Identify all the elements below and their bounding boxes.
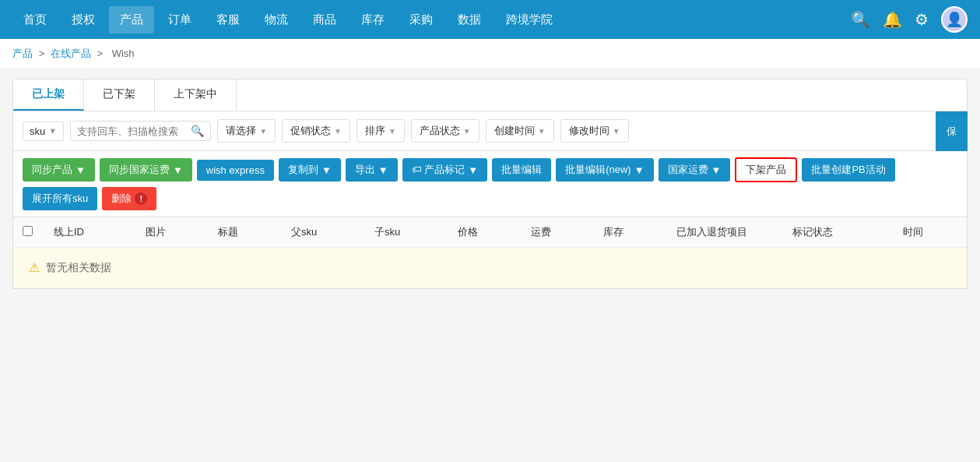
nav-item-data[interactable]: 数据 (447, 6, 492, 34)
batch-edit-button[interactable]: 批量编辑 (492, 158, 551, 182)
breadcrumb-products[interactable]: 产品 (12, 48, 33, 59)
batch-edit-new-button[interactable]: 批量编辑(new) ▼ (556, 158, 653, 182)
batch-create-pb-label: 批量创建PB活动 (811, 163, 885, 177)
batch-create-pb-button[interactable]: 批量创建PB活动 (802, 158, 894, 182)
delete-badge: ! (135, 192, 147, 205)
sort-label: 排序 (365, 124, 385, 138)
tab-listed[interactable]: 已上架 (13, 79, 84, 111)
tab-delisted[interactable]: 已下架 (84, 79, 155, 111)
modify-time-label: 修改时间 (569, 124, 609, 138)
actions-row: 同步产品 ▼ 同步国家运费 ▼ wish express 复制到 ▼ 导出 ▼ … (12, 151, 968, 217)
nav-item-academy[interactable]: 跨境学院 (495, 6, 564, 34)
select-arrow-icon: ▼ (259, 127, 267, 136)
sort-filter[interactable]: 排序 ▼ (357, 119, 405, 143)
copy-to-arrow-icon: ▼ (321, 164, 332, 176)
save-button[interactable]: 保 (936, 111, 968, 151)
product-status-arrow-icon: ▼ (463, 127, 471, 136)
country-shipping-arrow-icon: ▼ (711, 164, 722, 176)
product-status-label: 产品状态 (420, 124, 460, 138)
promotion-status-filter[interactable]: 促销状态 ▼ (282, 119, 350, 143)
empty-message: 暂无相关数据 (46, 261, 111, 275)
tab-in-progress[interactable]: 上下架中 (155, 79, 237, 111)
copy-to-label: 复制到 (288, 163, 318, 177)
tabs-container: 已上架 已下架 上下架中 (12, 79, 968, 111)
breadcrumb: 产品 > 在线产品 > Wish (0, 39, 980, 69)
country-shipping-label: 国家运费 (668, 163, 708, 177)
sku-filter-label: sku (30, 125, 45, 137)
warning-icon: ⚠ (29, 260, 40, 275)
sync-country-shipping-button[interactable]: 同步国家运费 ▼ (100, 158, 192, 182)
batch-edit-new-arrow-icon: ▼ (634, 164, 645, 176)
export-button[interactable]: 导出 ▼ (346, 158, 398, 182)
filters-row: sku ▼ 🔍 请选择 ▼ 促销状态 ▼ 排序 ▼ (12, 111, 968, 151)
col-title: 标题 (209, 217, 282, 248)
bell-icon[interactable]: 🔔 (883, 10, 902, 29)
nav-item-logistics[interactable]: 物流 (254, 6, 299, 34)
search-input[interactable] (77, 125, 186, 137)
wish-express-label: wish express (206, 164, 265, 176)
top-navigation: 首页 授权 产品 订单 客服 物流 商品 库存 采购 数据 跨境学院 🔍 🔔 ⚙… (0, 0, 980, 39)
col-image: 图片 (136, 217, 209, 248)
nav-item-product[interactable]: 产品 (109, 6, 154, 34)
nav-right-area: 🔍 🔔 ⚙ 👤 (851, 6, 968, 33)
nav-item-service[interactable]: 客服 (205, 6, 251, 34)
sync-products-arrow-icon: ▼ (76, 164, 86, 176)
create-time-filter[interactable]: 创建时间 ▼ (486, 119, 554, 143)
table-container: 线上ID 图片 标题 父sku 子sku 价格 运费 库存 已加入退货项目 标记… (12, 217, 968, 289)
nav-item-purchase[interactable]: 采购 (399, 6, 444, 34)
wish-express-button[interactable]: wish express (197, 160, 274, 181)
sync-products-button[interactable]: 同步产品 ▼ (23, 158, 95, 182)
col-tag-status: 标记状态 (783, 217, 894, 248)
nav-item-goods[interactable]: 商品 (302, 6, 347, 34)
col-shipping: 运费 (522, 217, 595, 248)
table-header-row: 线上ID 图片 标题 父sku 子sku 价格 运费 库存 已加入退货项目 标记… (13, 217, 967, 248)
nav-item-auth[interactable]: 授权 (61, 6, 106, 34)
batch-edit-new-label: 批量编辑(new) (565, 163, 631, 177)
nav-item-inventory[interactable]: 库存 (350, 6, 395, 34)
nav-item-order[interactable]: 订单 (157, 6, 202, 34)
sku-filter-select[interactable]: sku ▼ (23, 122, 64, 141)
delist-products-button[interactable]: 下架产品 (735, 157, 797, 182)
modify-time-filter[interactable]: 修改时间 ▼ (560, 119, 629, 143)
search-icon[interactable]: 🔍 (191, 125, 204, 137)
empty-data-row: ⚠ 暂无相关数据 (13, 248, 967, 288)
settings-icon[interactable]: ⚙ (915, 10, 929, 29)
search-icon[interactable]: 🔍 (851, 10, 870, 29)
col-return-item: 已加入退货项目 (667, 217, 784, 248)
delete-label: 删除 (111, 192, 132, 206)
sku-arrow-icon: ▼ (48, 126, 57, 136)
product-tag-label: 🏷 产品标记 (412, 163, 465, 177)
products-table: 线上ID 图片 标题 父sku 子sku 价格 运费 库存 已加入退货项目 标记… (13, 217, 967, 288)
modify-time-arrow-icon: ▼ (613, 127, 620, 136)
create-time-arrow-icon: ▼ (538, 127, 546, 136)
export-arrow-icon: ▼ (378, 164, 388, 176)
export-label: 导出 (355, 163, 375, 177)
select-filter[interactable]: 请选择 ▼ (217, 119, 276, 143)
nav-item-home[interactable]: 首页 (12, 6, 58, 34)
col-time: 时间 (894, 217, 967, 248)
product-status-filter[interactable]: 产品状态 ▼ (411, 119, 479, 143)
select-filter-label: 请选择 (226, 124, 256, 138)
sort-arrow-icon: ▼ (388, 127, 396, 136)
col-child-sku: 子sku (365, 217, 448, 248)
expand-all-sku-label: 展开所有sku (32, 192, 88, 206)
col-price: 价格 (448, 217, 522, 248)
product-tag-arrow-icon: ▼ (468, 164, 478, 176)
avatar[interactable]: 👤 (941, 6, 968, 33)
country-shipping-button[interactable]: 国家运费 ▼ (659, 158, 731, 182)
expand-all-sku-button[interactable]: 展开所有sku (23, 187, 97, 210)
col-online-id: 线上ID (44, 217, 136, 248)
copy-to-button[interactable]: 复制到 ▼ (279, 158, 341, 182)
delist-products-label: 下架产品 (746, 164, 786, 175)
sync-country-shipping-arrow-icon: ▼ (173, 164, 183, 176)
sync-products-label: 同步产品 (32, 163, 72, 177)
select-all-checkbox[interactable] (23, 226, 33, 236)
promotion-arrow-icon: ▼ (334, 127, 342, 136)
breadcrumb-online-products[interactable]: 在线产品 (51, 48, 91, 59)
delete-button[interactable]: 删除 ! (102, 187, 156, 210)
col-checkbox (13, 217, 44, 248)
product-tag-button[interactable]: 🏷 产品标记 ▼ (402, 158, 488, 182)
col-parent-sku: 父sku (282, 217, 365, 248)
create-time-label: 创建时间 (494, 124, 535, 138)
breadcrumb-current: Wish (112, 48, 135, 59)
